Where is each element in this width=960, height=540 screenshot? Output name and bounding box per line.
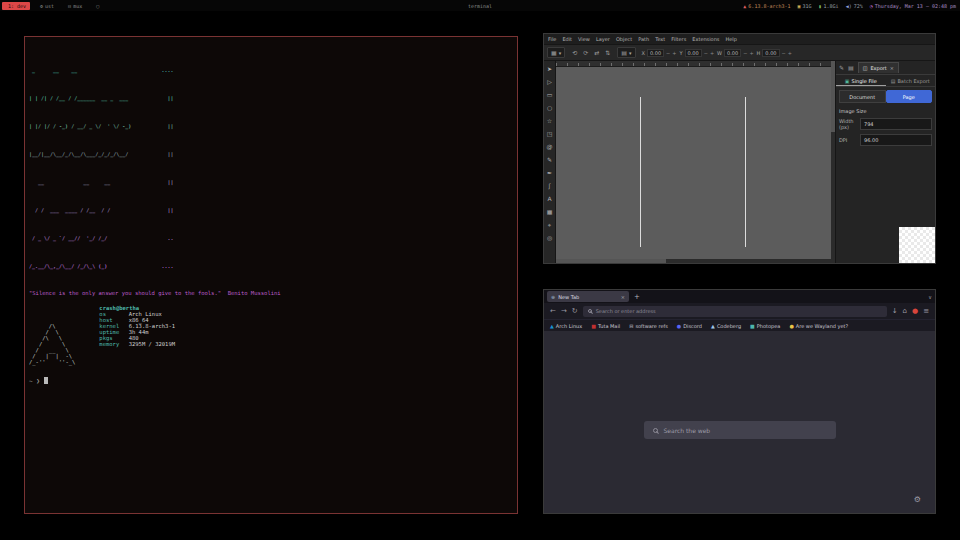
gradient-tool-icon[interactable]: ▦ (547, 206, 553, 218)
menu-item[interactable]: Layer (596, 36, 610, 42)
rotate-ccw-icon[interactable]: ⟲ (572, 49, 577, 56)
workspace-item[interactable]: ⊟ mux (64, 2, 86, 10)
workspace-label: mux (73, 3, 82, 9)
new-tab-button[interactable]: + (634, 293, 640, 301)
width-input[interactable]: 794 (860, 118, 932, 130)
increment-button[interactable]: + (710, 50, 714, 56)
text-cursor (44, 377, 48, 384)
bookmark-label: software refs (635, 323, 667, 329)
bookmark-item[interactable]: ⊟ software refs (629, 323, 668, 329)
increment-button[interactable]: + (749, 50, 753, 56)
downloads-icon[interactable]: ↓ (892, 307, 898, 315)
terminal-window[interactable]: _ __ __ .... | | /| / /__ / /______ __ _… (24, 36, 518, 514)
pencil-tool-icon[interactable]: ✎ (547, 154, 552, 166)
pen-tool-icon[interactable]: ✒ (547, 167, 552, 179)
dpi-input[interactable]: 96.00 (860, 134, 932, 146)
menu-icon[interactable]: ≡ (923, 307, 929, 315)
bookmark-item[interactable]: ▲ Codeberg (711, 323, 741, 329)
bookmark-item[interactable]: ■ Tuta Mail (591, 323, 620, 329)
list-all-tabs-icon[interactable]: ∨ (928, 294, 932, 300)
tab-new-tab[interactable]: ⊕ New Tab × (547, 291, 629, 302)
bookmark-item[interactable]: ▲ Arch Linux (550, 323, 582, 329)
web-search-input[interactable]: Search the web (644, 421, 836, 439)
menu-item[interactable]: File (548, 36, 556, 42)
node-tool-icon[interactable]: ▷ (547, 76, 552, 88)
workspace-list: 1: dev ⚙ ust ⊟ mux ▢ (0, 2, 105, 10)
forward-button[interactable]: → (561, 307, 567, 315)
export-area-buttons: Document Page (839, 90, 932, 103)
workspace-item[interactable]: ⚙ ust (36, 2, 58, 10)
export-tab[interactable]: ◫ Export × (858, 62, 899, 73)
close-tab-icon[interactable]: × (621, 294, 625, 300)
bookmark-label: Photopea (757, 323, 781, 329)
swatches-icon[interactable]: ▤ (848, 64, 854, 71)
shell-prompt[interactable]: ~ ❯ (29, 377, 513, 384)
menu-item[interactable]: Text (655, 36, 665, 42)
flip-vertical-icon[interactable]: ⇅ (605, 49, 610, 56)
zoom-tool-icon[interactable]: ◎ (547, 232, 552, 244)
ellipse-tool-icon[interactable]: ○ (547, 102, 552, 114)
page-button[interactable]: Page (886, 90, 933, 103)
canvas[interactable] (556, 67, 831, 259)
page-border-right (745, 97, 746, 247)
field-value[interactable]: 0.00 (724, 49, 741, 57)
select-mode-dropdown[interactable]: ▦ ▾ (547, 47, 565, 58)
field-value[interactable]: 0.00 (685, 49, 702, 57)
chevron-down-icon: ▾ (629, 50, 632, 56)
align-dropdown[interactable]: ▤ ▾ (617, 47, 635, 58)
text-tool-icon[interactable]: A (547, 193, 551, 205)
coordinate-fields: X 0.00 − + Y 0.00 − + W 0.00 (639, 49, 792, 57)
document-button[interactable]: Document (839, 90, 886, 103)
menu-item[interactable]: View (578, 36, 590, 42)
personalize-gear-icon[interactable]: ⚙ (914, 495, 921, 504)
export-tab-label: Export (870, 65, 886, 71)
tab-single-file[interactable]: ▣ Single File (836, 75, 886, 86)
rectangle-tool-icon[interactable]: ▭ (547, 89, 553, 101)
menu-item[interactable]: Filters (671, 36, 686, 42)
selector-tool-icon[interactable]: ➤ (547, 63, 552, 75)
record-indicator-icon[interactable]: ● (912, 307, 918, 315)
decrement-button[interactable]: − (782, 50, 786, 56)
bookmark-item[interactable]: ● Are we Wayland yet? (789, 323, 848, 329)
spiral-tool-icon[interactable]: @ (547, 141, 553, 153)
menu-item[interactable]: Help (725, 36, 736, 42)
flip-horizontal-icon[interactable]: ⇄ (594, 49, 599, 56)
field-value[interactable]: 0.00 (762, 49, 779, 57)
prompt-symbol: ~ ❯ (29, 377, 40, 384)
menu-item[interactable]: Path (638, 36, 649, 42)
decrement-button[interactable]: − (743, 50, 747, 56)
wayland-icon: ● (789, 323, 793, 329)
workspace-item[interactable]: ▢ (92, 2, 105, 10)
increment-button[interactable]: + (788, 50, 792, 56)
decrement-button[interactable]: − (704, 50, 708, 56)
status-module: ▲ 6.13.8-arch3-1 (743, 3, 790, 9)
menu-item[interactable]: Edit (562, 36, 572, 42)
scrollbar-thumb[interactable] (556, 259, 666, 263)
calligraphy-tool-icon[interactable]: ʃ (548, 180, 550, 192)
inkscape-window[interactable]: FileEditViewLayerObjectPathTextFiltersEx… (543, 33, 936, 264)
home-icon[interactable]: ⌂ (903, 307, 907, 315)
field-value[interactable]: 0.00 (647, 49, 664, 57)
browser-window[interactable]: ⊕ New Tab × + ∨ ← → ↻ Search or enter ad… (543, 289, 936, 514)
menu-item[interactable]: Extensions (692, 36, 719, 42)
edit-icon[interactable]: ✎ (839, 64, 844, 71)
decrement-button[interactable]: − (666, 50, 670, 56)
back-button[interactable]: ← (550, 307, 556, 315)
box3d-tool-icon[interactable]: ◳ (547, 128, 553, 140)
coordinate-field: W 0.00 − + (717, 49, 754, 57)
tab-batch-export[interactable]: ▤ Batch Export (886, 75, 936, 86)
increment-button[interactable]: + (672, 50, 676, 56)
horizontal-scrollbar[interactable] (556, 259, 831, 263)
status-text: 1.8Gi (824, 3, 839, 9)
reload-button[interactable]: ↻ (572, 307, 578, 315)
menu-item[interactable]: Object (616, 36, 632, 42)
dpi-label: DPI (839, 137, 857, 143)
close-icon[interactable]: × (890, 65, 894, 71)
bookmark-item[interactable]: ● Discord (677, 323, 702, 329)
dropper-tool-icon[interactable]: ⌖ (548, 219, 551, 231)
rotate-cw-icon[interactable]: ⟳ (583, 49, 588, 56)
bookmark-item[interactable]: ■ Photopea (750, 323, 780, 329)
workspace-item[interactable]: 1: dev (2, 2, 30, 10)
star-tool-icon[interactable]: ☆ (547, 115, 552, 127)
url-bar[interactable]: Search or enter address (583, 306, 887, 317)
